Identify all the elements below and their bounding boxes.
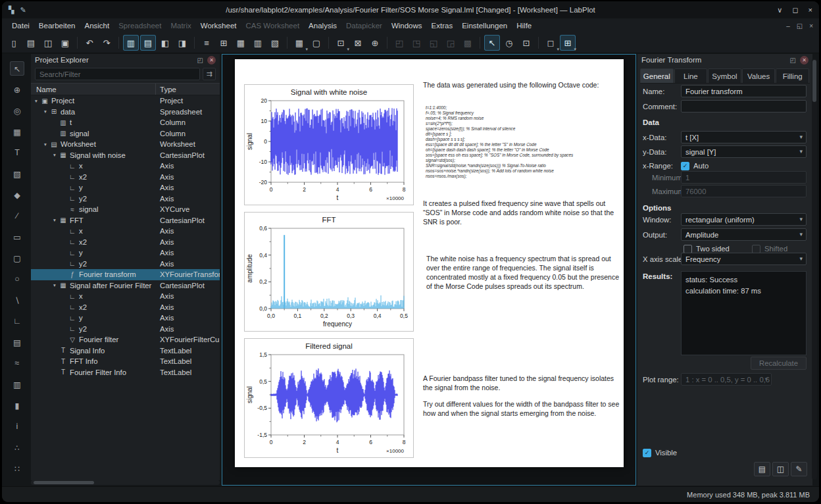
expander-icon[interactable]: ▾	[41, 141, 49, 147]
menu-hilfe[interactable]: Hilfe	[512, 20, 536, 31]
close-dock-icon[interactable]: ✕	[800, 56, 809, 64]
expander-icon[interactable]: ▾	[51, 217, 59, 223]
select-mode-button[interactable]: ↖	[484, 35, 500, 51]
tab-line[interactable]: Line	[674, 68, 708, 83]
toggle-list-button[interactable]: ≡	[199, 35, 214, 51]
octave-code-block[interactable]: t=1:1:4000;f=.05; % Signal frequencynois…	[426, 105, 623, 179]
close-panel-icon[interactable]: ✕	[207, 56, 216, 64]
pin-icon[interactable]: ✎	[20, 6, 26, 14]
tree-row-y[interactable]: ∟yAxis	[31, 313, 220, 324]
tree-row-y2[interactable]: ∟y2Axis	[31, 193, 220, 205]
tree-row-fft-info[interactable]: TFFT InfoTextLabel	[31, 356, 220, 367]
align-vertical-icon[interactable]: ∷	[10, 461, 24, 476]
titlebar[interactable]: ▚ ✎ /usr/share/labplot2/examples/Analysi…	[2, 1, 819, 18]
auto-checkbox[interactable]: ✓	[681, 162, 689, 170]
tile-view-button[interactable]: ▤	[140, 35, 156, 51]
undo-button[interactable]: ↶	[82, 35, 97, 51]
toggle-datapicker-button[interactable]: ▧	[267, 35, 283, 51]
tab-filling[interactable]: Filling	[776, 68, 809, 83]
curve-tool-icon[interactable]: ≈	[10, 356, 24, 370]
plot-signal-with-noise[interactable]: Signal with white noise02468t×10000-20-1…	[244, 84, 414, 205]
tab-symbol[interactable]: Symbol	[708, 68, 741, 83]
expander-icon[interactable]: ▾	[41, 109, 49, 114]
mdi-close-icon[interactable]: ×	[809, 22, 813, 30]
vscrollbar-thumb[interactable]	[812, 60, 816, 102]
tree-row-fft[interactable]: ▾▦FFTCartesianPlot	[31, 215, 220, 226]
ydata-select[interactable]: signal [Y]▾	[681, 145, 807, 158]
xscale-select[interactable]: Frequency▾	[681, 253, 807, 265]
tree-row-x2[interactable]: ∟x2Axis	[31, 172, 220, 183]
menu-worksheet[interactable]: Worksheet	[196, 20, 241, 31]
tree-row-x2[interactable]: ∟x2Axis	[31, 237, 220, 248]
expander-icon[interactable]: ▾	[32, 98, 40, 104]
save-config-button[interactable]: ◫	[772, 462, 789, 476]
tree-row-fourier-filter[interactable]: ▽Fourier filterXYFourierFilterCurve	[31, 334, 220, 345]
menu-windows[interactable]: Windows	[387, 20, 427, 31]
tree-row-x[interactable]: ∟xAxis	[31, 161, 220, 172]
zoom-mode-button[interactable]: ⊡▾	[333, 35, 349, 51]
reference-range-icon[interactable]: ▭	[10, 230, 24, 244]
expander-icon[interactable]: ▾	[51, 282, 59, 288]
float-panel-icon[interactable]: ◰	[197, 57, 203, 64]
tree-row-y[interactable]: ∟yAxis	[31, 247, 220, 259]
tree-row-y2[interactable]: ∟y2Axis	[31, 324, 220, 335]
zoom-in-button[interactable]: ⊕	[367, 35, 383, 51]
tree-row-signal-info[interactable]: TSignal InfoTextLabel	[31, 345, 220, 357]
close-button[interactable]: ×	[809, 6, 812, 14]
expander-icon[interactable]: ▾	[51, 152, 59, 158]
explorer-hscrollbar[interactable]	[31, 480, 220, 485]
filter-options-button[interactable]: ⇉	[203, 68, 216, 80]
shade-button[interactable]: ∨	[777, 6, 782, 14]
tree-row-y2[interactable]: ∟y2Axis	[31, 259, 220, 270]
column-header-name[interactable]: Name	[31, 84, 156, 95]
window-select[interactable]: rectangular (uniform)▾	[681, 213, 807, 226]
zoom-select-mode-button[interactable]: ⊡	[518, 35, 534, 51]
plot-fft[interactable]: FFT0,00,10,20,30,40,5frequency0,00,20,40…	[244, 212, 414, 332]
text-label-icon[interactable]: T	[10, 145, 24, 160]
column-header-type[interactable]: Type	[156, 86, 176, 93]
name-input[interactable]: Fourier transform	[681, 85, 807, 97]
redo-button[interactable]: ↷	[99, 35, 114, 51]
tree-row-x[interactable]: ∟xAxis	[31, 291, 220, 302]
tree-row-signal-with-noise[interactable]: ▾▦Signal with noiseCartesianPlot	[31, 150, 220, 161]
tab-general[interactable]: General	[640, 68, 674, 83]
box-icon[interactable]: ▢	[10, 251, 24, 265]
save-file-button[interactable]: ◫	[40, 35, 56, 51]
text-intro[interactable]: The data was generated using the followi…	[423, 80, 620, 89]
toggle-notes-button[interactable]: ▥	[250, 35, 266, 51]
menu-bearbeiten[interactable]: Bearbeiten	[34, 20, 80, 31]
tree-row-signal-after-fourier-filter[interactable]: ▾▦Signal after Fourier FilterCartesianPl…	[31, 280, 220, 291]
comment-input[interactable]	[681, 100, 807, 113]
xdata-select[interactable]: t [X]▾	[681, 131, 807, 143]
text-filter-description[interactable]: A Fourier bandpass filter tuned to the s…	[423, 374, 620, 392]
tree-row-x[interactable]: ∟xAxis	[31, 226, 220, 237]
tab-values[interactable]: Values	[742, 68, 776, 83]
navigate-mode-button[interactable]: ◷	[501, 35, 517, 51]
text-try-description[interactable]: Try out different values for the width o…	[423, 399, 620, 418]
align-horizontal-icon[interactable]: ∴	[10, 440, 24, 455]
tree-row-worksheet[interactable]: ▾▤WorksheetWorksheet	[31, 139, 220, 150]
tree-column-header[interactable]: Name Type	[31, 83, 220, 95]
tree-row-y[interactable]: ∟yAxis	[31, 182, 220, 193]
select-tool-icon[interactable]: ↖	[10, 61, 24, 76]
custom-point-icon[interactable]: ◆	[10, 188, 24, 202]
histogram-tool-icon[interactable]: ▥	[10, 377, 24, 391]
info-element-icon[interactable]: i	[10, 419, 24, 434]
maximize-button[interactable]: ◻	[792, 6, 798, 14]
ellipse-icon[interactable]: ○	[10, 272, 24, 286]
text-noise-description[interactable]: The white noise has a frequency spectrum…	[426, 254, 619, 291]
tree-row-fourier-transform[interactable]: ƒFourier transformXYFourierTransformCurv…	[31, 269, 220, 280]
float-dock-icon[interactable]: ◰	[790, 57, 796, 64]
menu-analysis[interactable]: Analysis	[304, 20, 341, 31]
pan-tool-icon[interactable]: ⊕	[10, 82, 24, 97]
image-icon[interactable]: ▧	[10, 166, 24, 181]
tree-row-t[interactable]: ▥tColumn	[31, 117, 220, 128]
tree-row-x2[interactable]: ∟x2Axis	[31, 302, 220, 313]
load-config-button[interactable]: ▤	[754, 462, 770, 476]
new-file-button[interactable]: ▯	[6, 35, 22, 51]
line-icon[interactable]: ∖	[10, 293, 24, 307]
menu-einstellungen[interactable]: Einstellungen	[457, 20, 512, 31]
magnification-button[interactable]: ◻▾	[543, 35, 559, 51]
print-button[interactable]: ▣	[57, 35, 73, 51]
split-top-button[interactable]: ◨	[174, 35, 190, 51]
